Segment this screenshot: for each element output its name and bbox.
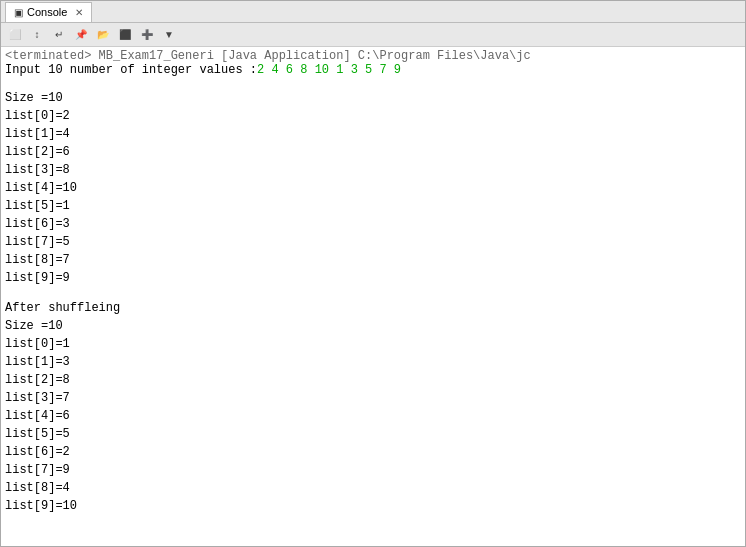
before-item-2: list[2]=6 [5, 143, 741, 161]
after-item-3: list[3]=7 [5, 389, 741, 407]
tab-bar: ▣ Console ✕ [1, 1, 745, 23]
word-wrap-button[interactable]: ↵ [49, 26, 69, 44]
input-label: Input 10 number of integer values : [5, 63, 257, 77]
terminate-button[interactable]: ⬛ [115, 26, 135, 44]
console-icon: ▣ [14, 7, 23, 18]
console-toolbar: ⬜ ↕ ↵ 📌 📂 ⬛ ➕ ▼ [1, 23, 745, 47]
new-console-button[interactable]: ➕ [137, 26, 157, 44]
input-values: 2 4 6 8 10 1 3 5 7 9 [257, 63, 401, 77]
after-item-4: list[4]=6 [5, 407, 741, 425]
after-size-line: Size =10 [5, 317, 741, 335]
clear-console-button[interactable]: ⬜ [5, 26, 25, 44]
pin-console-button[interactable]: 📌 [71, 26, 91, 44]
terminated-header: <terminated> MB_Exam17_Generi [Java Appl… [5, 49, 741, 63]
after-item-9: list[9]=10 [5, 497, 741, 515]
after-shuffle-header: After shuffleing [5, 299, 741, 317]
after-item-5: list[5]=5 [5, 425, 741, 443]
display-selected-button[interactable]: ▼ [159, 26, 179, 44]
before-item-3: list[3]=8 [5, 161, 741, 179]
console-output: <terminated> MB_Exam17_Generi [Java Appl… [1, 47, 745, 546]
tab-close-button[interactable]: ✕ [75, 7, 83, 18]
before-size-line: Size =10 [5, 89, 741, 107]
after-item-1: list[1]=3 [5, 353, 741, 371]
console-tab[interactable]: ▣ Console ✕ [5, 2, 92, 22]
before-item-1: list[1]=4 [5, 125, 741, 143]
before-item-5: list[5]=1 [5, 197, 741, 215]
before-item-7: list[7]=5 [5, 233, 741, 251]
spacer-1 [5, 77, 741, 89]
before-shuffle-block: Size =10 list[0]=2 list[1]=4 list[2]=6 l… [5, 89, 741, 287]
scroll-lock-button[interactable]: ↕ [27, 26, 47, 44]
after-item-7: list[7]=9 [5, 461, 741, 479]
after-item-8: list[8]=4 [5, 479, 741, 497]
after-item-6: list[6]=2 [5, 443, 741, 461]
before-item-8: list[8]=7 [5, 251, 741, 269]
after-item-0: list[0]=1 [5, 335, 741, 353]
before-item-6: list[6]=3 [5, 215, 741, 233]
before-item-4: list[4]=10 [5, 179, 741, 197]
before-item-0: list[0]=2 [5, 107, 741, 125]
console-tab-label: Console [27, 6, 67, 18]
open-file-button[interactable]: 📂 [93, 26, 113, 44]
spacer-2 [5, 287, 741, 299]
after-shuffle-block: After shuffleing Size =10 list[0]=1 list… [5, 299, 741, 515]
before-item-9: list[9]=9 [5, 269, 741, 287]
after-item-2: list[2]=8 [5, 371, 741, 389]
eclipse-console-window: ▣ Console ✕ ⬜ ↕ ↵ 📌 📂 ⬛ ➕ ▼ <terminated>… [0, 0, 746, 547]
input-line: Input 10 number of integer values :2 4 6… [5, 63, 741, 77]
